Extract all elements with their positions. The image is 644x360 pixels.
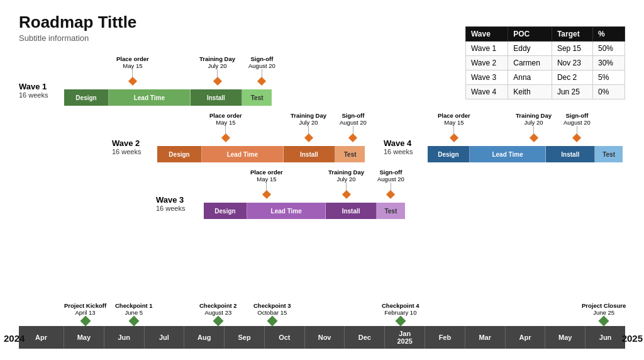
milestone-cp2: Checkpoint 2 August 23 [199,302,237,325]
w1m3-date: August 20 [248,62,275,69]
month-nov: Nov [305,326,345,349]
table-cell: Wave 1 [465,42,508,56]
w1m2-label: Training Day [199,55,235,62]
milestone-kickoff: Project Kickoff April 13 [64,302,106,325]
col-percent: % [592,27,625,42]
wave3-milestone-3: Sign-off August 20 [377,169,404,198]
wave4-seg-test: Test [595,146,623,162]
wave1-seg-design: Design [64,89,109,106]
w1m3-label: Sign-off [250,55,273,62]
wave2-milestone-3: Sign-off August 20 [340,112,367,141]
wave3-seg-design: Design [204,203,247,219]
wave4-seg-design: Design [428,146,470,162]
wave2-bar: Design Lead Time Install Test [157,146,365,162]
col-target: Target [552,27,592,42]
page-title: Roadmap Tittle [19,13,136,32]
wave3-label: Wave 3 [156,195,199,205]
wave1-seg-install: Install [191,89,243,106]
wave1-milestone-1: Place order May 15 [116,55,149,84]
wave4-label: Wave 4 [384,138,426,148]
wave2-milestone-2: Training Day July 20 [291,112,326,141]
wave1-weeks: 16 weeks [19,91,62,99]
month-jun-1: Jun [104,326,145,349]
header: Roadmap Tittle Subtitle information [19,13,136,43]
wave1-bar: Design Lead Time Install Test [64,89,272,106]
page-subtitle: Subtitle information [19,33,136,43]
wave4-milestone-3: Sign-off August 20 [564,112,591,141]
month-axis: 2024 2025 Apr May Jun Jul Aug Sep Oct No… [19,326,625,349]
wave4-milestone-2: Training Day July 20 [516,112,552,141]
wave1-seg-lead: Lead Time [109,89,190,106]
wave4-bar: Design Lead Time Install Test [428,146,623,162]
month-mar: Mar [465,326,506,349]
milestone-cp3: Checkpoint 3 Octobar 15 [253,302,291,325]
month-apr-1: Apr [19,326,64,349]
wave3-seg-test: Test [377,203,405,219]
wave2-seg-lead: Lead Time [202,146,283,162]
w1m1-label: Place order [116,55,149,62]
table-cell: 50% [592,42,625,56]
table-cell: Sep 15 [552,42,592,56]
col-wave: Wave [465,27,508,42]
month-may-2: May [545,326,586,349]
month-oct: Oct [265,326,305,349]
wave3-weeks: 16 weeks [156,205,199,212]
table-cell: Eddy [508,42,552,56]
wave4-seg-install: Install [546,146,595,162]
wave2-seg-design: Design [157,146,202,162]
month-jul: Jul [145,326,185,349]
milestone-cp4: Checkpoint 4 February 10 [382,302,419,325]
wave3-milestone-2: Training Day July 20 [328,169,364,198]
month-apr-2: Apr [506,326,546,349]
year-2024: 2024 [4,333,25,344]
year-2025: 2025 [622,333,643,344]
milestone-closure: Project Closure June 25 [582,302,626,325]
wave2-milestone-1: Place order May 15 [209,112,242,141]
wave1-milestone-2: Training Day July 20 [199,55,235,84]
wave3-bar: Design Lead Time Install Test [204,203,405,219]
wave1-seg-test: Test [242,89,272,106]
col-poc: POC [508,27,552,42]
month-feb: Feb [425,326,465,349]
month-may-1: May [64,326,104,349]
month-sep: Sep [225,326,265,349]
axis-milestones-row: Project Kickoff April 13 Checkpoint 1 Ju… [19,302,625,325]
wave3-milestone-1: Place order May 15 [250,169,283,198]
milestone-cp1: Checkpoint 1 June 5 [115,302,153,325]
wave4-milestone-1: Place order May 15 [438,112,470,141]
month-jan-2025: Jan2025 [385,326,425,349]
wave4-weeks: 16 weeks [384,148,426,155]
w1m2-date: July 20 [208,62,226,69]
wave1-milestone-3: Sign-off August 20 [248,55,275,84]
wave2-seg-test: Test [335,146,365,162]
wave2-label: Wave 2 [112,138,155,148]
month-jun-2: Jun [586,326,625,349]
wave1-label: Wave 1 [19,82,62,91]
wave3-seg-install: Install [326,203,376,219]
wave2-seg-install: Install [284,146,336,162]
w1m1-date: May 15 [123,62,142,69]
page: Roadmap Tittle Subtitle information Wave… [0,0,644,360]
wave2-weeks: 16 weeks [112,148,155,155]
month-dec: Dec [345,326,385,349]
month-aug: Aug [184,326,225,349]
wave4-seg-lead: Lead Time [470,146,547,162]
wave3-seg-lead: Lead Time [247,203,326,219]
